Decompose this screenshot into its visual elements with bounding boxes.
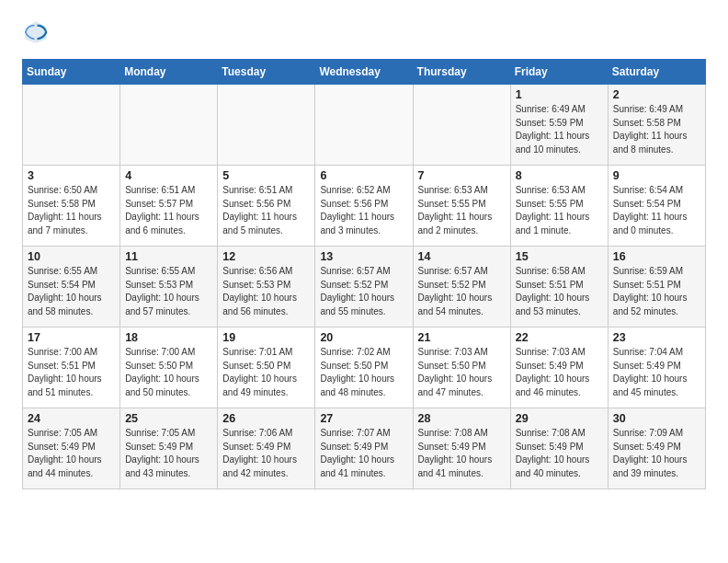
svg-marker-0 <box>25 21 47 43</box>
day-number: 8 <box>516 169 603 182</box>
day-info: Sunrise: 6:53 AM Sunset: 5:55 PM Dayligh… <box>418 184 506 237</box>
day-info: Sunrise: 6:51 AM Sunset: 5:57 PM Dayligh… <box>125 184 212 237</box>
page: SundayMondayTuesdayWednesdayThursdayFrid… <box>0 0 728 504</box>
day-info: Sunrise: 6:55 AM Sunset: 5:54 PM Dayligh… <box>28 265 115 318</box>
calendar-cell: 6Sunrise: 6:52 AM Sunset: 5:56 PM Daylig… <box>315 166 413 247</box>
calendar-cell <box>23 85 120 166</box>
day-number: 15 <box>516 250 603 263</box>
header <box>22 18 706 46</box>
day-number: 24 <box>28 412 115 425</box>
calendar-cell: 30Sunrise: 7:09 AM Sunset: 5:49 PM Dayli… <box>608 408 705 489</box>
day-info: Sunrise: 6:55 AM Sunset: 5:53 PM Dayligh… <box>125 265 212 318</box>
calendar-cell: 27Sunrise: 7:07 AM Sunset: 5:49 PM Dayli… <box>315 408 413 489</box>
day-number: 21 <box>418 331 506 344</box>
day-number: 23 <box>613 331 700 344</box>
calendar-cell: 15Sunrise: 6:58 AM Sunset: 5:51 PM Dayli… <box>510 247 608 327</box>
day-info: Sunrise: 7:02 AM Sunset: 5:50 PM Dayligh… <box>320 346 407 399</box>
day-info: Sunrise: 7:05 AM Sunset: 5:49 PM Dayligh… <box>28 427 115 480</box>
logo-icon <box>22 18 50 46</box>
calendar-cell <box>315 85 413 166</box>
week-row-5: 24Sunrise: 7:05 AM Sunset: 5:49 PM Dayli… <box>23 408 706 489</box>
weekday-header-monday: Monday <box>120 60 218 85</box>
day-info: Sunrise: 6:49 AM Sunset: 5:58 PM Dayligh… <box>613 103 700 156</box>
weekday-header-wednesday: Wednesday <box>315 60 413 85</box>
day-info: Sunrise: 6:51 AM Sunset: 5:56 PM Dayligh… <box>222 184 310 237</box>
calendar-cell: 9Sunrise: 6:54 AM Sunset: 5:54 PM Daylig… <box>608 166 705 247</box>
day-number: 10 <box>28 250 115 263</box>
day-number: 13 <box>320 250 407 263</box>
calendar-cell: 24Sunrise: 7:05 AM Sunset: 5:49 PM Dayli… <box>23 408 120 489</box>
calendar-cell: 20Sunrise: 7:02 AM Sunset: 5:50 PM Dayli… <box>315 327 413 408</box>
weekday-header-thursday: Thursday <box>413 60 510 85</box>
day-info: Sunrise: 7:03 AM Sunset: 5:49 PM Dayligh… <box>516 346 603 399</box>
week-row-4: 17Sunrise: 7:00 AM Sunset: 5:51 PM Dayli… <box>23 327 706 408</box>
day-number: 3 <box>28 169 115 182</box>
calendar-cell: 29Sunrise: 7:08 AM Sunset: 5:49 PM Dayli… <box>510 408 608 489</box>
day-number: 6 <box>320 169 407 182</box>
weekday-header-row: SundayMondayTuesdayWednesdayThursdayFrid… <box>23 60 706 85</box>
day-number: 9 <box>613 169 700 182</box>
calendar-cell: 12Sunrise: 6:56 AM Sunset: 5:53 PM Dayli… <box>218 247 315 327</box>
day-number: 20 <box>320 331 407 344</box>
calendar-cell: 8Sunrise: 6:53 AM Sunset: 5:55 PM Daylig… <box>510 166 608 247</box>
day-number: 19 <box>222 331 310 344</box>
day-number: 18 <box>125 331 212 344</box>
day-info: Sunrise: 6:52 AM Sunset: 5:56 PM Dayligh… <box>320 184 407 237</box>
calendar-cell: 3Sunrise: 6:50 AM Sunset: 5:58 PM Daylig… <box>23 166 120 247</box>
day-number: 14 <box>418 250 506 263</box>
day-info: Sunrise: 6:50 AM Sunset: 5:58 PM Dayligh… <box>28 184 115 237</box>
day-number: 29 <box>516 412 603 425</box>
calendar-cell <box>218 85 315 166</box>
logo <box>22 18 53 46</box>
calendar-cell: 21Sunrise: 7:03 AM Sunset: 5:50 PM Dayli… <box>413 327 510 408</box>
day-number: 11 <box>125 250 212 263</box>
week-row-2: 3Sunrise: 6:50 AM Sunset: 5:58 PM Daylig… <box>23 166 706 247</box>
day-info: Sunrise: 6:56 AM Sunset: 5:53 PM Dayligh… <box>222 265 310 318</box>
calendar-cell: 14Sunrise: 6:57 AM Sunset: 5:52 PM Dayli… <box>413 247 510 327</box>
day-number: 1 <box>516 88 603 101</box>
day-info: Sunrise: 6:54 AM Sunset: 5:54 PM Dayligh… <box>613 184 700 237</box>
calendar-cell: 17Sunrise: 7:00 AM Sunset: 5:51 PM Dayli… <box>23 327 120 408</box>
calendar-cell: 5Sunrise: 6:51 AM Sunset: 5:56 PM Daylig… <box>218 166 315 247</box>
day-info: Sunrise: 6:49 AM Sunset: 5:59 PM Dayligh… <box>516 103 603 156</box>
calendar-cell: 28Sunrise: 7:08 AM Sunset: 5:49 PM Dayli… <box>413 408 510 489</box>
weekday-header-tuesday: Tuesday <box>218 60 315 85</box>
calendar-cell: 1Sunrise: 6:49 AM Sunset: 5:59 PM Daylig… <box>510 85 608 166</box>
weekday-header-sunday: Sunday <box>23 60 120 85</box>
calendar: SundayMondayTuesdayWednesdayThursdayFrid… <box>22 59 706 489</box>
weekday-header-saturday: Saturday <box>608 60 705 85</box>
day-info: Sunrise: 6:57 AM Sunset: 5:52 PM Dayligh… <box>320 265 407 318</box>
calendar-cell <box>413 85 510 166</box>
day-info: Sunrise: 7:07 AM Sunset: 5:49 PM Dayligh… <box>320 427 407 480</box>
day-info: Sunrise: 6:58 AM Sunset: 5:51 PM Dayligh… <box>516 265 603 318</box>
day-info: Sunrise: 6:57 AM Sunset: 5:52 PM Dayligh… <box>418 265 506 318</box>
day-info: Sunrise: 7:05 AM Sunset: 5:49 PM Dayligh… <box>125 427 212 480</box>
calendar-cell: 22Sunrise: 7:03 AM Sunset: 5:49 PM Dayli… <box>510 327 608 408</box>
day-info: Sunrise: 7:00 AM Sunset: 5:50 PM Dayligh… <box>125 346 212 399</box>
day-info: Sunrise: 7:04 AM Sunset: 5:49 PM Dayligh… <box>613 346 700 399</box>
calendar-cell: 11Sunrise: 6:55 AM Sunset: 5:53 PM Dayli… <box>120 247 218 327</box>
calendar-cell: 18Sunrise: 7:00 AM Sunset: 5:50 PM Dayli… <box>120 327 218 408</box>
day-info: Sunrise: 7:06 AM Sunset: 5:49 PM Dayligh… <box>222 427 310 480</box>
day-info: Sunrise: 6:59 AM Sunset: 5:51 PM Dayligh… <box>613 265 700 318</box>
day-number: 26 <box>222 412 310 425</box>
calendar-cell: 23Sunrise: 7:04 AM Sunset: 5:49 PM Dayli… <box>608 327 705 408</box>
day-info: Sunrise: 7:08 AM Sunset: 5:49 PM Dayligh… <box>418 427 506 480</box>
day-number: 2 <box>613 88 700 101</box>
week-row-3: 10Sunrise: 6:55 AM Sunset: 5:54 PM Dayli… <box>23 247 706 327</box>
day-number: 4 <box>125 169 212 182</box>
calendar-cell: 10Sunrise: 6:55 AM Sunset: 5:54 PM Dayli… <box>23 247 120 327</box>
calendar-cell: 25Sunrise: 7:05 AM Sunset: 5:49 PM Dayli… <box>120 408 218 489</box>
day-number: 17 <box>28 331 115 344</box>
day-number: 25 <box>125 412 212 425</box>
day-info: Sunrise: 7:01 AM Sunset: 5:50 PM Dayligh… <box>222 346 310 399</box>
calendar-cell: 13Sunrise: 6:57 AM Sunset: 5:52 PM Dayli… <box>315 247 413 327</box>
calendar-cell: 2Sunrise: 6:49 AM Sunset: 5:58 PM Daylig… <box>608 85 705 166</box>
day-number: 7 <box>418 169 506 182</box>
calendar-cell: 16Sunrise: 6:59 AM Sunset: 5:51 PM Dayli… <box>608 247 705 327</box>
calendar-cell: 19Sunrise: 7:01 AM Sunset: 5:50 PM Dayli… <box>218 327 315 408</box>
day-info: Sunrise: 7:09 AM Sunset: 5:49 PM Dayligh… <box>613 427 700 480</box>
day-info: Sunrise: 7:03 AM Sunset: 5:50 PM Dayligh… <box>418 346 506 399</box>
day-number: 28 <box>418 412 506 425</box>
week-row-1: 1Sunrise: 6:49 AM Sunset: 5:59 PM Daylig… <box>23 85 706 166</box>
